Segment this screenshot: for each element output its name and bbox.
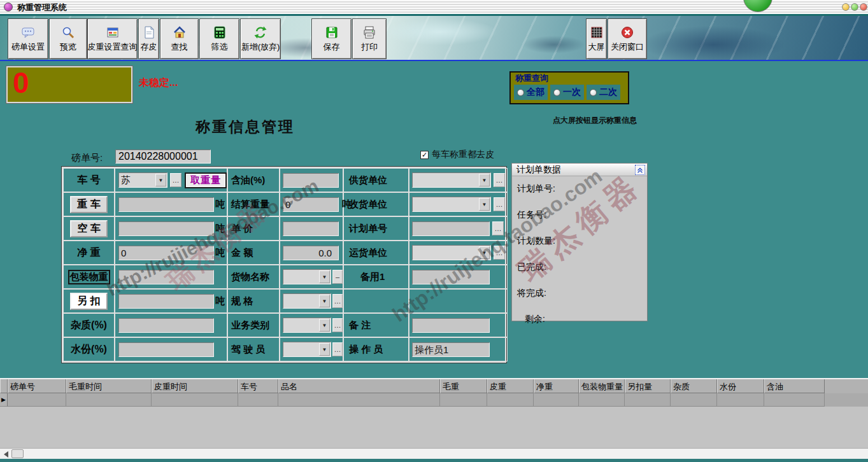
toolbar-button-preview[interactable]: 预览 [49,18,87,59]
table-column-header[interactable]: 磅单号 [8,379,66,393]
table-column-header[interactable]: 包装物重量 [579,379,625,393]
operator-input[interactable]: 操作员1 [412,342,490,357]
unit-price-input[interactable] [283,221,339,236]
table-cell [625,393,671,407]
scroll-left-arrow[interactable] [4,451,8,458]
radio-label: 全部 [527,87,544,98]
deduction-input[interactable] [118,294,214,309]
speech-bubble-icon [21,25,35,39]
chevron-down-icon[interactable]: ▼ [479,198,490,211]
close-button[interactable] [860,3,867,11]
remark-input[interactable] [412,318,490,333]
plan-data-panel: 计划单数据 计划单号: 任务号: 计划数量: 已完成: 将完成: 剩余: [511,163,648,321]
minimize-button[interactable] [842,3,850,11]
transporter-label: 运货单位 [343,241,409,265]
toolbar: 磅单设置 预览 皮重设置查询 存皮 查找 筛选 新增(放弃) 保存 [0,16,868,61]
table-column-header[interactable]: 皮重 [487,379,534,393]
scrollbar-thumb[interactable] [11,449,24,458]
toolbar-button-new[interactable]: 新增(放弃) [240,18,281,59]
toolbar-button-close-window[interactable]: 关闭窗口 [608,18,647,59]
checkbox-icon: ✓ [420,151,429,159]
chevron-down-icon[interactable]: ▼ [319,343,330,356]
business-type-combo[interactable]: ▼ [283,318,331,333]
records-table: 磅单号 毛重时间 皮重时间 车号 品名 毛重 皮重 净重 包装物重量 另扣量 杂… [0,378,868,459]
goods-name-more-button[interactable]: – [332,270,343,284]
query-radio-option[interactable]: 全部 [514,85,548,100]
collapse-panel-button[interactable] [635,165,645,175]
table-column-header[interactable]: 杂质 [671,379,717,393]
goods-name-combo[interactable]: ▼ [283,269,331,284]
net-weight-input[interactable]: 0 [118,246,214,260]
supplier-more-button[interactable]: … [494,173,505,187]
receiver-label: 收货单位 [343,192,409,216]
table-column-header[interactable]: 皮重时间 [152,379,238,393]
tare-per-vehicle-checkbox[interactable]: ✓ 每车称重都去皮 [420,149,494,160]
supplier-combo[interactable]: ▼ [412,172,491,188]
table-row[interactable]: ▶ [0,393,868,407]
table-cell [238,393,278,407]
table-column-header[interactable]: 净重 [534,379,579,393]
chevron-down-icon[interactable]: ▼ [319,319,330,332]
deduction-button[interactable]: 另 扣 [70,293,107,310]
settlement-unit: 吨 [342,199,352,211]
driver-combo[interactable]: ▼ [283,342,331,357]
business-type-more-button[interactable]: … [332,318,343,332]
settlement-weight-input[interactable]: 0 [283,197,339,212]
query-radio-option[interactable]: 二次 [587,85,620,100]
toolbar-button-print[interactable]: 打印 [352,18,387,59]
table-column-header[interactable]: 含油 [764,379,825,393]
window-title: 称重管理系统 [17,2,67,13]
impurity-input[interactable] [118,318,214,333]
horizontal-scrollbar[interactable] [0,448,868,459]
packaging-weight-input[interactable] [118,270,214,284]
toolbar-button-big-screen[interactable]: 大屏 [586,18,607,59]
table-column-header[interactable]: 毛重 [440,379,487,393]
amount-input[interactable]: 0.0 [283,246,339,260]
gross-weight-button[interactable]: 重 车 [70,196,107,213]
receiver-more-button[interactable]: … [494,197,505,211]
table-column-header[interactable]: 毛重时间 [66,379,152,393]
driver-more-button[interactable]: … [332,342,343,356]
take-weight-button[interactable]: 取重量 [185,172,227,188]
floppy-disk-icon [325,25,339,39]
tare-weight-input[interactable] [118,221,214,236]
spec-combo[interactable]: ▼ [283,293,331,309]
toolbar-button-tare-query[interactable]: 皮重设置查询 [87,18,138,59]
chevron-down-icon[interactable]: ▼ [319,295,330,307]
receiver-combo[interactable]: ▼ [412,197,491,212]
vehicle-no-more-button[interactable]: … [170,173,181,187]
table-column-header[interactable]: 品名 [278,379,440,393]
printer-icon [362,25,376,39]
query-radio-option[interactable]: 一次 [550,85,584,100]
toolbar-button-filter[interactable]: 筛选 [199,18,239,59]
toolbar-button-bill-setup[interactable]: 磅单设置 [8,18,48,59]
chevron-down-icon[interactable]: ▼ [479,246,490,259]
toolbar-button-save[interactable]: 保存 [311,18,352,59]
spare1-input[interactable] [412,270,490,284]
toolbar-button-save-tare[interactable]: 存皮 [138,18,159,59]
chevron-down-icon[interactable]: ▼ [479,174,490,186]
spec-more-button[interactable]: … [332,294,343,308]
tare-weight-button[interactable]: 空 车 [70,220,107,237]
close-circle-icon [620,25,634,39]
maximize-button[interactable] [851,3,858,11]
vehicle-no-combo[interactable]: 苏▼ [118,172,167,188]
gross-weight-input[interactable] [118,197,214,212]
table-column-header[interactable]: 水份 [717,379,764,393]
chevron-down-icon[interactable]: ▼ [319,270,330,283]
radio-label: 二次 [599,87,617,98]
oil-content-input[interactable] [283,173,339,188]
recycle-arrows-icon [253,25,267,39]
transporter-more-button[interactable]: … [494,246,505,260]
weighing-query-group: 称重查询 全部 一次 二次 [509,71,629,104]
moisture-input[interactable] [118,342,214,357]
transporter-combo[interactable]: ▼ [412,245,491,260]
unit-price-label: 单 价 [227,216,280,241]
table-column-header[interactable]: 车号 [238,379,278,393]
bill-no-value[interactable]: 20140228000001 [115,150,211,164]
chevron-down-icon[interactable]: ▼ [155,174,166,186]
toolbar-button-find[interactable]: 查找 [160,18,199,59]
table-column-header[interactable]: 另扣量 [625,379,671,393]
plan-no-more-button[interactable]: … [492,221,504,235]
plan-no-input[interactable] [412,221,490,236]
